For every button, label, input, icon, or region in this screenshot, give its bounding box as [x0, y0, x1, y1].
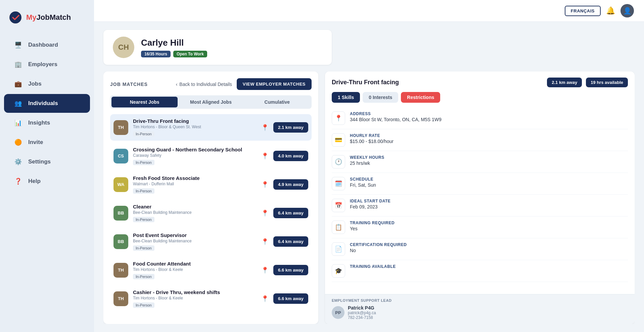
job-list-item[interactable]: WA Fresh Food Store Associate Walmart - …: [110, 171, 312, 198]
nav-label-insights: Insights: [28, 120, 50, 126]
sidebar-item-invite[interactable]: 🟠 Invite: [4, 133, 90, 152]
tab-most-aligned-jobs[interactable]: Most Aligned Jobs: [178, 97, 244, 107]
support-email: patrick@p4g.ca: [348, 311, 376, 315]
job-tag: In-Person: [133, 131, 154, 137]
job-info: Cleaner Bee-Clean Building Maintenance I…: [133, 204, 257, 222]
nav-menu: 🖥️ Dashboard🏢 Employers💼 Jobs👥 Individua…: [0, 35, 94, 191]
tab-nearest-jobs[interactable]: Nearest Jobs: [111, 97, 178, 107]
field-value: 25 hrs/wk: [350, 160, 384, 166]
detail-tabs: 1 Skills0 InterestsRestrictions: [325, 87, 635, 107]
job-list-item[interactable]: TH Cashier - Drive Thru, weekend shifts …: [110, 285, 312, 312]
nav-label-jobs: Jobs: [28, 81, 42, 87]
job-list-item[interactable]: BB Post Event Supervisor Bee-Clean Build…: [110, 228, 312, 255]
sidebar-item-employers[interactable]: 🏢 Employers: [4, 55, 90, 74]
detail-header: Drive-Thru Front facing 2.1 km away 19 h…: [325, 72, 635, 87]
job-distance: 4.0 km away: [273, 151, 308, 161]
field-content-hourly_rate: HOURLY RATE $15.00 - $18.00/hour: [350, 133, 394, 144]
field-label: WEEKLY HOURS: [350, 155, 384, 160]
sidebar-item-individuals[interactable]: 👥 Individuals: [4, 94, 90, 113]
help-icon: ❓: [13, 177, 23, 186]
detail-field-schedule: 🗓️ SCHEDULE Fri, Sat, Sun: [332, 173, 628, 195]
detail-field-address: 📍 ADDRESS 344 Bloor St W, Toronto, ON, C…: [332, 107, 628, 129]
job-distance: 6.4 km away: [273, 236, 308, 247]
location-pin-icon: 📍: [261, 295, 269, 302]
support-phone: 782-234-7158: [348, 315, 376, 320]
field-label: SCHEDULE: [350, 177, 376, 182]
sidebar-item-dashboard[interactable]: 🖥️ Dashboard: [4, 36, 90, 54]
job-tag: In-Person: [133, 245, 154, 251]
sidebar-item-insights[interactable]: 📊 Insights: [4, 113, 90, 132]
job-list: TH Drive-Thru Front facing Tim Hortons -…: [110, 114, 312, 317]
nav-label-settings: Settings: [28, 158, 51, 165]
avatar: CH: [113, 37, 134, 58]
detail-field-ideal_start: 📅 IDEAL START DATE Feb 09, 2023: [332, 195, 628, 217]
detail-field-hourly_rate: 💳 HOURLY RATE $15.00 - $18.00/hour: [332, 129, 628, 151]
field-value: No: [350, 248, 407, 253]
support-row: PP Patrick P4G patrick@p4g.ca 782-234-71…: [332, 305, 628, 320]
job-tag: In-Person: [133, 160, 154, 165]
job-detail-panel: Drive-Thru Front facing 2.1 km away 19 h…: [325, 72, 635, 324]
tab-cumulative[interactable]: Cumulative: [244, 97, 310, 107]
detail-field-training_available: 🎓 TRAINING AVAILABLE: [332, 260, 628, 282]
job-info: Post Event Supervisor Bee-Clean Building…: [133, 232, 257, 251]
training_available-icon: 🎓: [332, 264, 345, 278]
job-tag: In-Person: [133, 217, 154, 222]
field-content-address: ADDRESS 344 Bloor St W, Toronto, ON, CA,…: [350, 111, 442, 122]
location-pin-icon: 📍: [261, 267, 269, 274]
job-company: Tim Hortons - Bloor & Keele: [133, 296, 257, 300]
field-content-training_available: TRAINING AVAILABLE: [350, 264, 396, 270]
jobs-icon: 💼: [13, 79, 23, 89]
job-company: Bee-Clean Building Maintenance: [133, 210, 257, 215]
sidebar-item-settings[interactable]: ⚙️ Settings: [4, 152, 90, 171]
detail-tab-interests[interactable]: 0 Interests: [363, 92, 398, 103]
detail-hours-badge: 19 hrs available: [586, 78, 628, 87]
support-lead-label: EMPLOYMENT SUPPORT LEAD: [332, 298, 628, 302]
job-list-item[interactable]: TH Drive-Thru Front facing Tim Hortons -…: [110, 114, 312, 141]
support-name: Patrick P4G: [348, 305, 376, 311]
field-content-schedule: SCHEDULE Fri, Sat, Sun: [350, 177, 376, 188]
job-info: Fresh Food Store Associate Walmart - Duf…: [133, 175, 257, 194]
dashboard-icon: 🖥️: [13, 40, 23, 50]
language-button[interactable]: FRANÇAIS: [565, 6, 601, 16]
job-title: Cashier - Drive Thru, weekend shifts: [133, 289, 257, 295]
back-to-individual-link[interactable]: ‹ Back to Individual Details: [176, 82, 232, 87]
insights-icon: 📊: [13, 118, 23, 128]
field-content-ideal_start: IDEAL START DATE Feb 09, 2023: [350, 199, 390, 209]
sidebar-item-jobs[interactable]: 💼 Jobs: [4, 75, 90, 93]
sidebar-item-help[interactable]: ❓ Help: [4, 172, 90, 191]
field-label: HOURLY RATE: [350, 133, 394, 138]
detail-tab-skills[interactable]: 1 Skills: [332, 92, 360, 103]
field-value: Feb 09, 2023: [350, 204, 390, 209]
detail-tab-restrictions[interactable]: Restrictions: [401, 92, 440, 103]
job-title: Food Counter Attendant: [133, 261, 257, 267]
job-tag: In-Person: [133, 274, 154, 279]
detail-job-title: Drive-Thru Front facing: [332, 79, 543, 86]
profile-badges: 16/35 Hours Open To Work: [141, 51, 207, 57]
location-pin-icon: 📍: [261, 124, 269, 131]
hourly_rate-icon: 💳: [332, 133, 345, 147]
job-title: Cleaner: [133, 204, 257, 209]
individuals-icon: 👥: [13, 99, 23, 108]
user-icon: 👤: [623, 7, 632, 15]
view-employer-matches-button[interactable]: VIEW EMPLOYER MATCHES: [237, 78, 312, 90]
field-value: $15.00 - $18.00/hour: [350, 139, 394, 144]
job-matches-title: JOB MATCHES: [110, 82, 148, 87]
job-company: Bee-Clean Building Maintenance: [133, 239, 257, 243]
job-distance: 2.1 km away: [273, 122, 308, 133]
notification-button[interactable]: 🔔: [606, 6, 615, 15]
content-area: CH Carlye Hill 16/35 Hours Open To Work …: [94, 22, 644, 332]
job-tag: In-Person: [133, 302, 154, 308]
job-logo: BB: [113, 206, 128, 221]
detail-field-training_required: 📋 TRAINING REQUIRED Yes: [332, 217, 628, 238]
topbar: FRANÇAIS 🔔 👤: [94, 0, 644, 22]
job-title: Fresh Food Store Associate: [133, 175, 257, 181]
nav-label-help: Help: [28, 178, 41, 185]
job-list-item[interactable]: CS Crossing Guard - Northern Secondary S…: [110, 143, 312, 169]
job-title: Crossing Guard - Northern Secondary Scho…: [133, 147, 257, 152]
job-list-item[interactable]: TH Food Counter Attendant Tim Hortons - …: [110, 257, 312, 283]
user-avatar-button[interactable]: 👤: [620, 4, 634, 17]
job-list-item[interactable]: BB Cleaner Bee-Clean Building Maintenanc…: [110, 200, 312, 226]
support-info: Patrick P4G patrick@p4g.ca 782-234-7158: [348, 305, 376, 320]
address-icon: 📍: [332, 111, 345, 125]
job-distance: 6.4 km away: [273, 208, 308, 218]
